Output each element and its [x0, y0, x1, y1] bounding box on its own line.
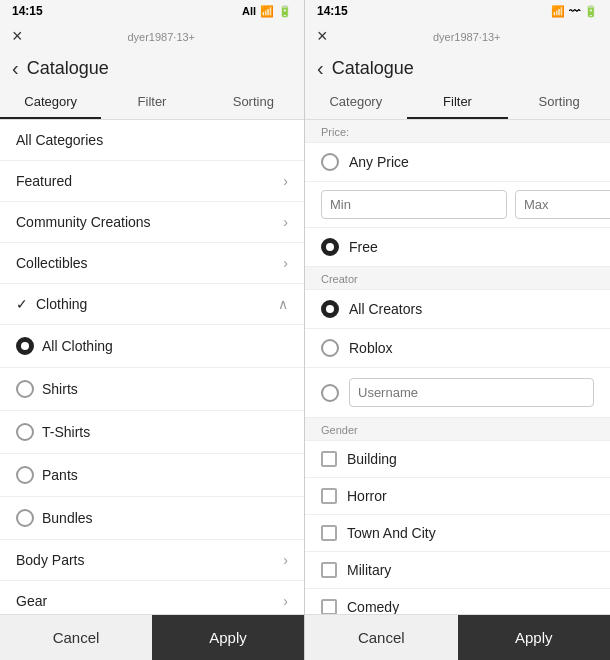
checkbox-icon: [321, 562, 337, 578]
username-input[interactable]: [349, 378, 594, 407]
right-top-bar: × dyer1987·13+: [305, 22, 610, 51]
filter-military[interactable]: Military: [305, 552, 610, 589]
radio-empty-icon: [16, 380, 34, 398]
right-nav-title: Catalogue: [332, 58, 414, 79]
left-battery-icon: 🔋: [278, 5, 292, 18]
checkmark-icon: ✓: [16, 296, 28, 312]
checkbox-icon: [321, 488, 337, 504]
chevron-down-icon: ›: [283, 255, 288, 271]
checkbox-icon: [321, 599, 337, 614]
checkbox-icon: [321, 451, 337, 467]
right-back-button[interactable]: ‹: [317, 57, 324, 80]
left-tabs: Category Filter Sorting: [0, 86, 304, 120]
left-panel: 14:15 All 📶 🔋 × dyer1987·13+ ‹ Catalogue…: [0, 0, 305, 660]
radio-empty-icon: [321, 153, 339, 171]
filter-free[interactable]: Free: [305, 228, 610, 267]
right-bottom-bar: Cancel Apply: [305, 614, 610, 660]
list-item-featured[interactable]: Featured ›: [0, 161, 304, 202]
right-user-label: dyer1987·13+: [336, 31, 598, 43]
radio-empty-icon: [16, 466, 34, 484]
left-tab-sorting[interactable]: Sorting: [203, 86, 304, 119]
filter-roblox[interactable]: Roblox: [305, 329, 610, 368]
right-tabs: Category Filter Sorting: [305, 86, 610, 120]
left-network-label: All: [242, 5, 256, 17]
right-cancel-button[interactable]: Cancel: [305, 615, 458, 660]
gender-section-label: Gender: [305, 418, 610, 441]
filter-username: [305, 368, 610, 418]
radio-empty-icon: [16, 509, 34, 527]
chevron-down-icon: ›: [283, 552, 288, 568]
list-item-all-clothing[interactable]: All Clothing: [0, 325, 304, 368]
right-time: 14:15: [317, 4, 348, 18]
list-item-body-parts[interactable]: Body Parts ›: [0, 540, 304, 581]
left-tab-category[interactable]: Category: [0, 86, 101, 119]
left-content: All Categories Featured › Community Crea…: [0, 120, 304, 614]
list-item-clothing[interactable]: ✓ Clothing ∧: [0, 284, 304, 325]
radio-empty-icon: [321, 339, 339, 357]
left-status-bar: 14:15 All 📶 🔋: [0, 0, 304, 22]
right-tab-category[interactable]: Category: [305, 86, 407, 119]
list-item-community-creations[interactable]: Community Creations ›: [0, 202, 304, 243]
left-wifi-icon: 📶: [260, 5, 274, 18]
right-signal-icon: 📶: [551, 5, 565, 18]
left-tab-filter[interactable]: Filter: [101, 86, 202, 119]
left-back-button[interactable]: ‹: [12, 57, 19, 80]
right-tab-filter[interactable]: Filter: [407, 86, 509, 119]
right-panel: 14:15 📶 〰 🔋 × dyer1987·13+ ‹ Catalogue C…: [305, 0, 610, 660]
list-item-shirts[interactable]: Shirts: [0, 368, 304, 411]
radio-filled-icon: [16, 337, 34, 355]
filter-building[interactable]: Building: [305, 441, 610, 478]
right-nav-title-bar: ‹ Catalogue: [305, 51, 610, 86]
radio-filled-icon: [321, 238, 339, 256]
radio-empty-icon: [321, 384, 339, 402]
creator-section-label: Creator: [305, 267, 610, 290]
radio-empty-icon: [16, 423, 34, 441]
right-content: Price: Any Price Free Creator All Creato…: [305, 120, 610, 614]
left-nav-title-bar: ‹ Catalogue: [0, 51, 304, 86]
filter-horror[interactable]: Horror: [305, 478, 610, 515]
filter-comedy[interactable]: Comedy: [305, 589, 610, 614]
left-time: 14:15: [12, 4, 43, 18]
filter-all-creators[interactable]: All Creators: [305, 290, 610, 329]
checkbox-icon: [321, 525, 337, 541]
price-max-input[interactable]: [515, 190, 610, 219]
chevron-down-icon: ›: [283, 173, 288, 189]
chevron-down-icon: ›: [283, 214, 288, 230]
left-nav-title: Catalogue: [27, 58, 109, 79]
price-inputs-row: [305, 182, 610, 228]
list-item-t-shirts[interactable]: T-Shirts: [0, 411, 304, 454]
list-item-bundles[interactable]: Bundles: [0, 497, 304, 540]
list-item-gear[interactable]: Gear ›: [0, 581, 304, 614]
filter-any-price[interactable]: Any Price: [305, 143, 610, 182]
left-cancel-button[interactable]: Cancel: [0, 615, 152, 660]
right-tab-sorting[interactable]: Sorting: [508, 86, 610, 119]
left-close-button[interactable]: ×: [12, 26, 23, 47]
left-user-label: dyer1987·13+: [31, 31, 292, 43]
right-close-button[interactable]: ×: [317, 26, 328, 47]
right-status-icons: 📶 〰 🔋: [551, 5, 598, 18]
list-item-collectibles[interactable]: Collectibles ›: [0, 243, 304, 284]
left-bottom-bar: Cancel Apply: [0, 614, 304, 660]
right-status-bar: 14:15 📶 〰 🔋: [305, 0, 610, 22]
left-status-icons: All 📶 🔋: [242, 5, 292, 18]
list-item-pants[interactable]: Pants: [0, 454, 304, 497]
filter-town-and-city[interactable]: Town And City: [305, 515, 610, 552]
radio-filled-icon: [321, 300, 339, 318]
list-item-all-categories[interactable]: All Categories: [0, 120, 304, 161]
price-min-input[interactable]: [321, 190, 507, 219]
price-section-label: Price:: [305, 120, 610, 143]
left-apply-button[interactable]: Apply: [152, 615, 304, 660]
right-wifi-icon: 〰: [569, 5, 580, 17]
chevron-down-icon: ›: [283, 593, 288, 609]
left-top-bar: × dyer1987·13+: [0, 22, 304, 51]
right-apply-button[interactable]: Apply: [458, 615, 611, 660]
chevron-up-icon: ∧: [278, 296, 288, 312]
right-battery-icon: 🔋: [584, 5, 598, 18]
